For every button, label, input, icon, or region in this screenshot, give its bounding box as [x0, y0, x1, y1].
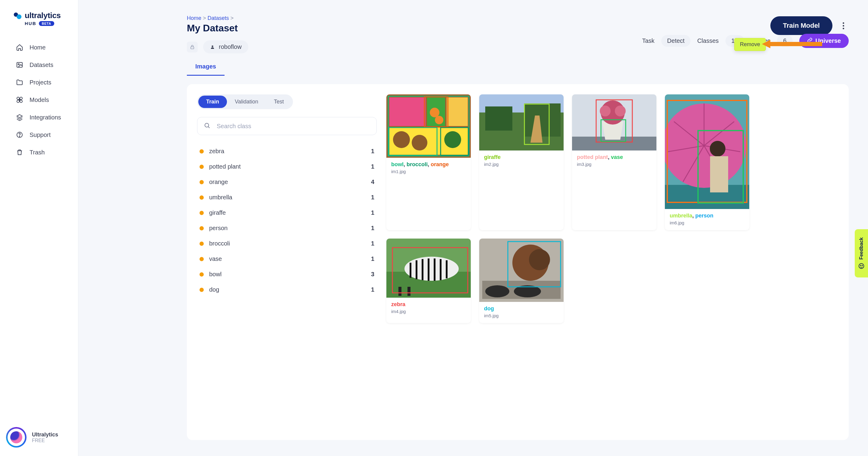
sidebar-item-label: Home [30, 44, 45, 51]
sidebar-item-projects[interactable]: Projects [0, 74, 78, 91]
header: Home > Datasets > My Dataset Train Model [79, 0, 868, 34]
image-grid: bowl, broccoli, orange im1.jpg [386, 94, 838, 430]
svg-point-45 [710, 141, 725, 156]
footer-name: Ultralytics [32, 432, 58, 438]
home-icon [16, 44, 24, 51]
lock-icon[interactable] [187, 41, 198, 53]
image-card-im2[interactable]: giraffe im2.jpg [479, 94, 564, 230]
sidebar-item-label: Support [30, 132, 51, 138]
svg-point-73 [862, 265, 863, 266]
help-icon [16, 131, 24, 139]
svg-point-5 [19, 136, 20, 137]
image-card-im4[interactable]: zebra im4.jpg [386, 238, 471, 323]
image-card-im6[interactable]: umbrella, person im6.jpg [665, 94, 749, 230]
owner-pill[interactable]: roboflow [203, 40, 248, 53]
annotation-arrow-icon [762, 38, 822, 50]
sidebar-item-trash[interactable]: Trash [0, 144, 78, 161]
image-labels: zebra [391, 301, 466, 308]
train-model-button[interactable]: Train Model [770, 16, 832, 35]
svg-rect-46 [710, 156, 728, 192]
tab-images[interactable]: Images [187, 59, 224, 76]
search-icon [204, 122, 210, 130]
owner-name: roboflow [219, 44, 242, 50]
image-filename: im1.jpg [391, 169, 466, 174]
content-panel: Train Validation Test zebra1 potted plan… [187, 84, 849, 440]
smile-icon [858, 263, 865, 269]
remove-menu-item[interactable]: Remove [734, 38, 766, 51]
folder-icon [16, 78, 24, 86]
task-label: Task [642, 37, 654, 44]
sidebar: ultralytics HUB BETA Home Datasets Proje… [0, 0, 79, 456]
image-labels: giraffe [484, 154, 559, 161]
tabs: Images [79, 53, 868, 76]
split-selector: Train Validation Test [197, 94, 293, 109]
class-row-broccoli[interactable]: broccoli1 [197, 236, 377, 251]
split-test[interactable]: Test [266, 95, 292, 108]
class-row-dog[interactable]: dog1 [197, 282, 377, 297]
svg-rect-59 [398, 287, 401, 296]
class-row-vase[interactable]: vase1 [197, 251, 377, 266]
split-train[interactable]: Train [198, 95, 227, 108]
sidebar-item-label: Projects [30, 79, 51, 86]
image-icon [16, 61, 24, 69]
more-actions-button[interactable] [838, 20, 849, 31]
image-labels: potted plant, vase [577, 154, 652, 161]
feedback-label: Feedback [859, 237, 864, 260]
breadcrumb-home[interactable]: Home [187, 15, 201, 21]
classes-label: Classes [697, 37, 718, 44]
sidebar-item-integrations[interactable]: Integrations [0, 109, 78, 126]
page-title: My Dataset [187, 23, 849, 34]
image-filename: im4.jpg [391, 309, 466, 314]
svg-rect-60 [407, 287, 410, 296]
svg-point-72 [860, 265, 861, 266]
class-row-orange[interactable]: orange4 [197, 174, 377, 190]
svg-point-14 [393, 131, 410, 148]
image-filename: im5.jpg [484, 313, 559, 318]
image-filename: im3.jpg [577, 162, 652, 167]
sidebar-item-models[interactable]: Models [0, 91, 78, 109]
class-row-potted-plant[interactable]: potted plant1 [197, 159, 377, 174]
image-card-im3[interactable]: potted plant, vase im3.jpg [572, 94, 656, 230]
sidebar-item-datasets[interactable]: Datasets [0, 56, 78, 74]
class-row-umbrella[interactable]: umbrella1 [197, 190, 377, 205]
trash-icon [16, 148, 24, 156]
breadcrumb: Home > Datasets > [187, 15, 849, 21]
svg-point-16 [444, 131, 461, 148]
sidebar-item-home[interactable]: Home [0, 38, 78, 56]
sidebar-footer[interactable]: Ultralytics FREE [0, 420, 78, 456]
search-input[interactable] [197, 117, 377, 135]
layers-icon [16, 113, 24, 121]
split-validation[interactable]: Validation [227, 95, 266, 108]
svg-point-67 [529, 249, 550, 270]
svg-point-18 [435, 116, 443, 124]
sidebar-item-label: Integrations [30, 114, 61, 121]
image-card-im5[interactable]: dog im5.jpg [479, 238, 564, 323]
class-row-giraffe[interactable]: giraffe1 [197, 205, 377, 221]
class-row-person[interactable]: person1 [197, 221, 377, 236]
svg-rect-25 [485, 107, 513, 131]
image-card-im1[interactable]: bowl, broccoli, orange im1.jpg [386, 94, 471, 230]
sidebar-item-label: Trash [30, 149, 44, 156]
svg-point-32 [615, 106, 626, 116]
beta-badge: BETA [39, 21, 54, 26]
svg-point-71 [859, 264, 864, 269]
feedback-tab[interactable]: Feedback [855, 229, 868, 278]
logo-text: ultralytics [25, 11, 61, 20]
svg-point-31 [600, 106, 611, 116]
image-filename: im6.jpg [670, 220, 744, 225]
sidebar-item-label: Datasets [30, 61, 53, 68]
svg-point-1 [17, 14, 22, 19]
logo-icon [13, 11, 22, 20]
class-row-bowl[interactable]: bowl3 [197, 266, 377, 282]
image-labels: dog [484, 306, 559, 312]
footer-plan: FREE [32, 438, 58, 443]
breadcrumb-datasets[interactable]: Datasets [208, 15, 229, 21]
class-row-zebra[interactable]: zebra1 [197, 144, 377, 159]
svg-rect-10 [390, 97, 426, 126]
svg-point-64 [485, 285, 509, 297]
svg-marker-70 [762, 40, 770, 48]
sidebar-item-label: Models [30, 96, 49, 104]
sidebar-item-support[interactable]: Support [0, 126, 78, 144]
image-labels: umbrella, person [670, 212, 744, 219]
main: Home > Datasets > My Dataset Train Model… [79, 0, 868, 456]
